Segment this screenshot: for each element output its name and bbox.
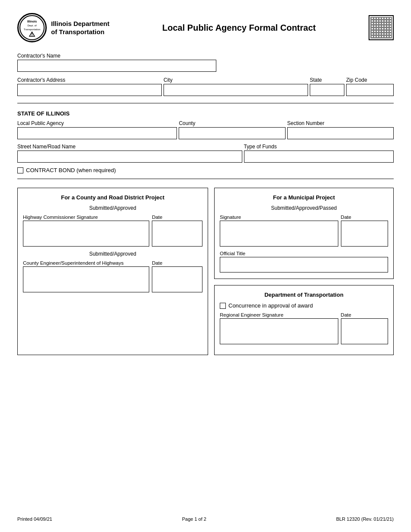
logo-area: Illinois Dept. of Transportation Illinoi… [17, 13, 109, 42]
lpa-col: Local Public Agency [17, 120, 177, 139]
county-submitted2: Submitted/Approved [23, 251, 202, 257]
county-engineer-label: County Engineer/Superintendent of Highwa… [23, 260, 149, 266]
lpa-row: Local Public Agency County Section Numbe… [17, 120, 394, 139]
contractor-address-row: Contractor's Address City State Zip Code [17, 77, 394, 96]
type-funds-input[interactable] [244, 151, 394, 163]
hwy-commissioner-row: Highway Commissioner Signature Date [23, 215, 202, 247]
hwy-commissioner-sig-box[interactable] [23, 221, 149, 247]
official-title-label: Official Title [220, 251, 388, 256]
two-panel-section: For a County and Road District Project S… [17, 188, 394, 355]
municipal-submitted: Submitted/Approved/Passed [220, 205, 388, 211]
concurrence-row: Concurrence in approval of award [220, 302, 388, 309]
county-input[interactable] [179, 127, 285, 139]
section-number-col: Section Number [287, 120, 394, 139]
county-panel-title: For a County and Road District Project [23, 194, 202, 201]
municipal-sig-row: Signature Date [220, 215, 388, 247]
city-col: City [164, 77, 308, 96]
county-engineer-wrap: County Engineer/Superintendent of Highwa… [23, 260, 149, 292]
street-row: Street Name/Road Name Type of Funds [17, 144, 394, 163]
street-input[interactable] [17, 151, 242, 163]
section-number-label: Section Number [287, 120, 394, 126]
street-label: Street Name/Road Name [17, 144, 242, 150]
contract-bond-label: CONTRACT BOND (when required) [26, 167, 116, 173]
page-footer: Printed 04/09/21 Page 1 of 2 BLR 12320 (… [17, 516, 394, 522]
official-title-section: Official Title [220, 251, 388, 272]
org-name: Illinois Department of Transportation [51, 19, 109, 36]
hwy-commissioner-label: Highway Commissioner Signature [23, 215, 149, 220]
municipal-sig-wrap: Signature [220, 215, 338, 247]
idot-logo: Illinois Dept. of Transportation [17, 13, 47, 42]
dot-panel-title: Department of Transportation [220, 292, 388, 298]
contractor-name-input[interactable] [17, 60, 216, 72]
contract-bond-row: CONTRACT BOND (when required) [17, 167, 394, 173]
county-date-wrap: Date [152, 260, 202, 292]
dot-panel: Department of Transportation Concurrence… [214, 285, 394, 355]
contractor-section: Contractor's Name [17, 53, 394, 72]
county-date-label: Date [152, 260, 202, 266]
zip-col: Zip Code [346, 77, 394, 96]
city-label: City [164, 77, 308, 83]
state-col: State [310, 77, 344, 96]
printed-date: Printed 04/09/21 [17, 516, 52, 522]
municipal-panel: For a Municipal Project Submitted/Approv… [214, 188, 394, 279]
page-header: Illinois Dept. of Transportation Illinoi… [17, 13, 394, 42]
county-label: County [179, 120, 285, 126]
municipal-date-wrap: Date [341, 215, 388, 247]
address-input[interactable] [17, 84, 162, 96]
regional-sig-box[interactable] [220, 318, 338, 344]
hwy-date-box[interactable] [152, 221, 202, 247]
municipal-sig-box[interactable] [220, 221, 338, 247]
address-col: Contractor's Address [17, 77, 162, 96]
county-col: County [179, 120, 285, 139]
regional-date-wrap: Date [341, 312, 388, 344]
street-col: Street Name/Road Name [17, 144, 242, 163]
official-title-input[interactable] [220, 257, 388, 272]
form-number: BLR 12320 (Rev. 01/21/21) [336, 516, 394, 522]
county-date-box[interactable] [152, 266, 202, 292]
svg-text:Dept. of: Dept. of [27, 24, 36, 27]
regional-date-box[interactable] [341, 318, 388, 344]
hwy-date-wrap: Date [152, 215, 202, 247]
county-engineer-sig-box[interactable] [23, 266, 149, 292]
lpa-label: Local Public Agency [17, 120, 177, 126]
lpa-input[interactable] [17, 127, 177, 139]
hwy-date-label: Date [152, 215, 202, 220]
municipal-panel-title: For a Municipal Project [220, 194, 388, 201]
contractor-name-label: Contractor's Name [17, 53, 394, 59]
concurrence-label: Concurrence in approval of award [228, 302, 313, 309]
section-number-input[interactable] [287, 127, 394, 139]
type-funds-col: Type of Funds [244, 144, 394, 163]
regional-date-label: Date [341, 312, 388, 317]
svg-text:Transportation: Transportation [24, 28, 40, 31]
contract-bond-checkbox[interactable] [17, 167, 23, 173]
zip-label: Zip Code [346, 77, 394, 83]
section-divider-1 [17, 103, 394, 103]
state-label: State [310, 77, 344, 83]
address-label: Contractor's Address [17, 77, 162, 83]
concurrence-checkbox[interactable] [220, 303, 226, 309]
section-divider-2 [17, 179, 394, 179]
county-engineer-row: County Engineer/Superintendent of Highwa… [23, 260, 202, 292]
municipal-sig-label: Signature [220, 215, 338, 220]
right-panels: For a Municipal Project Submitted/Approv… [214, 188, 394, 355]
hwy-commissioner-wrap: Highway Commissioner Signature [23, 215, 149, 247]
regional-sig-label: Regional Engineer Signature [220, 312, 338, 317]
type-funds-label: Type of Funds [244, 144, 394, 150]
regional-sig-wrap: Regional Engineer Signature [220, 312, 338, 344]
zip-input[interactable] [346, 84, 394, 96]
page-number: Page 1 of 2 [182, 516, 206, 522]
municipal-date-label: Date [341, 215, 388, 220]
city-input[interactable] [164, 84, 308, 96]
form-title: Local Public Agency Formal Contract [109, 23, 369, 33]
municipal-date-box[interactable] [341, 221, 388, 247]
county-submitted1: Submitted/Approved [23, 205, 202, 211]
svg-text:Illinois: Illinois [27, 20, 37, 23]
state-header: STATE OF ILLINOIS [17, 110, 394, 117]
regional-sig-row: Regional Engineer Signature Date [220, 312, 388, 344]
qr-code [369, 15, 394, 40]
state-input[interactable] [310, 84, 344, 96]
county-panel: For a County and Road District Project S… [17, 188, 208, 355]
